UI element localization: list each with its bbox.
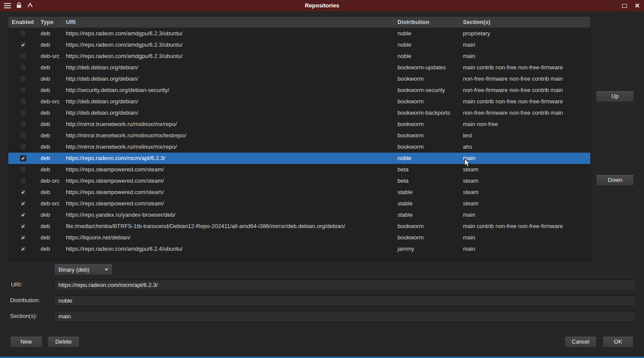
table-row[interactable]: debhttps://repo.radeon.com/amdgpu/6.2.3/… — [8, 28, 590, 39]
table-row[interactable]: ✔debhttps://liquorix.net/debian/bookworm… — [8, 232, 590, 243]
ok-button[interactable]: OK — [603, 336, 634, 348]
down-button[interactable]: Down — [596, 174, 634, 186]
repo-uri: http://deb.debian.org/debian/ — [62, 62, 394, 73]
repo-uri: https://repo.radeon.com/amdgpu/6.2.3/ubu… — [62, 28, 394, 39]
repo-distribution: bookworm — [394, 130, 459, 141]
enabled-checkbox[interactable] — [20, 87, 26, 93]
enabled-checkbox[interactable] — [20, 110, 26, 116]
enabled-checkbox[interactable]: ✔ — [20, 155, 26, 161]
repo-distribution: beta — [394, 175, 459, 187]
delete-button[interactable]: Delete — [48, 336, 79, 348]
repo-distribution: beta — [394, 164, 459, 175]
column-header-sections[interactable]: Section(s) — [459, 17, 590, 27]
enabled-checkbox[interactable]: ✔ — [20, 235, 26, 241]
table-row[interactable]: ✔debhttps://repo.radeon.com/amdgpu/6.2.4… — [8, 243, 590, 255]
table-row[interactable]: ✔debhttps://repo.yandex.ru/yandex-browse… — [8, 209, 590, 221]
table-row[interactable]: deb-srchttps://repo.radeon.com/amdgpu/6.… — [8, 51, 590, 62]
column-header-uri[interactable]: URI — [62, 17, 394, 27]
arrow-up-icon[interactable] — [27, 3, 33, 9]
table-row[interactable]: debhttp://deb.debian.org/debian/bookworm… — [8, 73, 590, 85]
table-row[interactable]: debhttps://repo.steampowered.com/steam/b… — [8, 164, 590, 175]
table-row[interactable]: ✔debhttps://repo.radeon.com/amdgpu/6.2.3… — [8, 39, 590, 51]
repo-type: deb — [37, 221, 62, 232]
table-row[interactable]: deb-srchttps://repo.steampowered.com/ste… — [8, 175, 590, 187]
table-row[interactable]: ✔debfile:/media/chimba/BTRFS-1tb-transce… — [8, 221, 590, 232]
type-dropdown[interactable]: Binary (deb) — [54, 264, 113, 275]
enabled-checkbox[interactable] — [20, 144, 26, 150]
lock-icon[interactable] — [16, 2, 22, 10]
repo-uri: https://repo.steampowered.com/steam/ — [62, 187, 394, 198]
enabled-cell: ✔ — [8, 209, 37, 221]
cancel-button[interactable]: Cancel — [565, 336, 596, 348]
column-header-enabled[interactable]: Enabled — [8, 17, 37, 27]
table-row[interactable]: debhttp://security.debian.org/debian-sec… — [8, 85, 590, 96]
repo-type: deb — [37, 153, 62, 164]
enabled-checkbox[interactable]: ✔ — [20, 42, 26, 48]
enabled-checkbox[interactable] — [20, 121, 26, 127]
column-header-type[interactable]: Type — [37, 17, 62, 27]
enabled-checkbox[interactable] — [20, 133, 26, 139]
enabled-cell — [8, 28, 37, 39]
table-row[interactable]: ✔debhttps://repo.steampowered.com/steam/… — [8, 187, 590, 198]
close-button[interactable]: × — [635, 0, 640, 11]
repo-type: deb-src — [37, 51, 62, 62]
table-header: Enabled Type URI Distribution Section(s) — [8, 17, 590, 28]
table-row[interactable]: ✔deb-srchttps://repo.steampowered.com/st… — [8, 198, 590, 209]
new-button[interactable]: New — [10, 336, 42, 348]
repo-sections: non-free-firmware non-free contrib main — [459, 73, 590, 85]
repo-sections: non-free-firmware non-free contrib main — [459, 85, 590, 96]
repo-uri: https://repo.steampowered.com/steam/ — [62, 164, 394, 175]
enabled-checkbox[interactable] — [20, 76, 26, 82]
enabled-checkbox[interactable] — [20, 31, 26, 37]
repo-sections: non-free-firmware non-free contrib main — [459, 107, 590, 119]
maximize-button[interactable] — [622, 4, 627, 8]
enabled-cell: ✔ — [8, 243, 37, 255]
table-row[interactable]: ✔debhttps://repo.radeon.com/rocm/apt/6.2… — [8, 153, 590, 164]
repo-type: deb-src — [37, 198, 62, 209]
repo-distribution: bookworm — [394, 141, 459, 153]
repo-distribution: noble — [394, 39, 459, 51]
repo-sections: test — [459, 130, 590, 141]
enabled-checkbox[interactable] — [20, 53, 26, 59]
up-button[interactable]: Up — [596, 91, 634, 102]
sections-input[interactable] — [54, 310, 636, 322]
enabled-checkbox[interactable] — [20, 178, 26, 184]
repo-sections: main — [459, 51, 590, 62]
repo-sections: proprietary — [459, 28, 590, 39]
table-row[interactable]: debhttp://mirror.truenetwork.ru/mxlinux/… — [8, 119, 590, 130]
enabled-checkbox[interactable]: ✔ — [20, 246, 26, 252]
uri-input[interactable] — [54, 279, 636, 290]
repo-sections: steam — [459, 175, 590, 187]
menu-icon[interactable] — [4, 3, 11, 8]
enabled-checkbox[interactable]: ✔ — [20, 201, 26, 207]
repo-type: deb — [37, 85, 62, 96]
enabled-cell — [8, 62, 37, 73]
table-row[interactable]: debhttp://deb.debian.org/debian/bookworm… — [8, 107, 590, 119]
table-row[interactable]: deb-srchttp://deb.debian.org/debian/book… — [8, 96, 590, 107]
repo-table-body: debhttps://repo.radeon.com/amdgpu/6.2.3/… — [8, 28, 590, 255]
repositories-window: { "window": { "title": "Repositories" },… — [0, 0, 644, 358]
enabled-checkbox[interactable]: ✔ — [20, 189, 26, 195]
enabled-cell — [8, 175, 37, 187]
repo-uri: https://repo.radeon.com/amdgpu/6.2.3/ubu… — [62, 51, 394, 62]
table-row[interactable]: debhttp://mirror.truenetwork.ru/mxlinux/… — [8, 130, 590, 141]
enabled-checkbox[interactable]: ✔ — [20, 212, 26, 218]
repo-sections: main contrib non-free non-free-firmware — [459, 221, 590, 232]
repo-uri: https://repo.radeon.com/rocm/apt/6.2.3/ — [62, 153, 394, 164]
distribution-input[interactable] — [54, 295, 636, 306]
repo-uri: http://mirror.truenetwork.ru/mxlinux/mx/… — [62, 130, 394, 141]
enabled-checkbox[interactable]: ✔ — [20, 223, 26, 229]
table-row[interactable]: debhttp://deb.debian.org/debian/bookworm… — [8, 62, 590, 73]
repo-distribution: bookworm — [394, 96, 459, 107]
column-header-distribution[interactable]: Distribution — [394, 17, 459, 27]
table-row[interactable]: debhttp://mirror.truenetwork.ru/mxlinux/… — [8, 141, 590, 153]
enabled-checkbox[interactable] — [20, 65, 26, 71]
enabled-checkbox[interactable] — [20, 167, 26, 173]
repo-type: deb — [37, 243, 62, 255]
enabled-cell: ✔ — [8, 187, 37, 198]
enabled-cell — [8, 107, 37, 119]
repo-sections: main — [459, 243, 590, 255]
repo-uri: https://repo.radeon.com/amdgpu/6.2.3/ubu… — [62, 39, 394, 51]
enabled-cell: ✔ — [8, 153, 37, 164]
enabled-checkbox[interactable] — [20, 99, 26, 105]
